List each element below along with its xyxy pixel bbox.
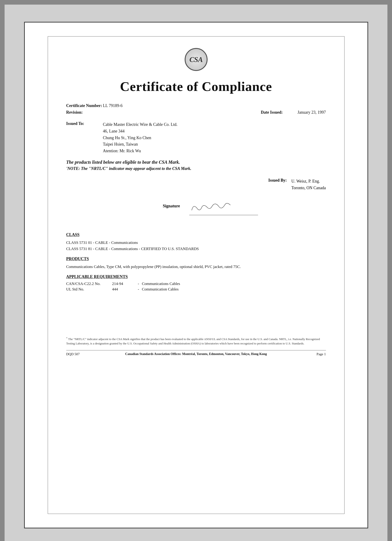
req-row2-col2: 444: [112, 287, 135, 292]
class-heading: CLASS: [66, 232, 326, 237]
page-wrapper: CSA Certificate of Compliance Certificat…: [5, 5, 387, 541]
date-right: Date Issued: January 23, 1997: [261, 110, 326, 115]
logo-area: CSA: [66, 48, 326, 72]
req-row2-col3: -: [135, 287, 142, 292]
footer-offices: Canadian Standards Association Offices: …: [85, 352, 308, 356]
signature-line-area: [189, 198, 258, 214]
req-row1-col3: -: [135, 281, 142, 286]
issued-to-label: Issued To:: [66, 121, 103, 154]
statement-line2: 'NOTE: The "NRTL/C" indicator may appear…: [66, 166, 326, 171]
footer-note: * The "NRTL/C" indicator adjacent to the…: [66, 336, 326, 346]
signature-label: Signature: [134, 204, 180, 208]
signature-image: [188, 197, 236, 217]
issued-by-section: Issued By: U. Weisz, P. Eng. Toronto, ON…: [66, 178, 326, 191]
req-row1-col4: Communications Cables: [142, 281, 326, 286]
certificate-number-label: Certificate Number:: [66, 103, 103, 108]
products-content: Communications Cables, Type CM, with pol…: [66, 264, 326, 270]
certificate-number-value: LL 79189-6: [103, 103, 326, 108]
certificate-inner: CSA Certificate of Compliance Certificat…: [48, 36, 345, 514]
certificate-title: Certificate of Compliance: [66, 79, 326, 94]
class-item-2: CLASS 5731 81 - CABLE - Communications -…: [66, 246, 326, 252]
revision-left: Revision:: [66, 110, 103, 115]
footer-doc-number: DQD 507: [66, 352, 85, 356]
certificate: CSA Certificate of Compliance Certificat…: [24, 22, 368, 528]
revision-date-row: Revision: Date Issued: January 23, 1997: [66, 110, 326, 115]
products-heading: PRODUCTS: [66, 256, 326, 261]
statement-line1: The products listed below are eligible t…: [66, 159, 326, 165]
issued-to-block: Issued To: Cable Master Electric Wire & …: [66, 121, 326, 154]
issued-to-line-3: Chung Hu St., Ying Ko Chen: [103, 135, 178, 141]
issued-to-line-2: 46, Lane 344: [103, 128, 178, 135]
date-issued-label: Date Issued:: [261, 110, 297, 115]
certificate-number-row: Certificate Number: LL 79189-6: [66, 103, 326, 108]
signature-underline: [189, 215, 258, 215]
footnote-marker: *: [66, 337, 67, 339]
requirements-heading: APPLICABLE REQUIREMENTS: [66, 274, 326, 279]
date-issued-value: January 23, 1997: [297, 110, 326, 115]
footer-note-text: The "NRTL/C" indicator adjacent to the C…: [66, 337, 320, 345]
class-content: CLASS 5731 01 - CABLE - Communications C…: [66, 239, 326, 252]
issued-by-value: U. Weisz, P. Eng. Toronto, ON Canada: [291, 178, 326, 191]
issued-by-name: U. Weisz, P. Eng.: [291, 178, 326, 185]
issued-to-line-5: Atention: Mr. Rick Wu: [103, 148, 178, 154]
issued-to-address: Cable Master Electric Wire & Cable Co. L…: [103, 121, 178, 154]
issued-by-location: Toronto, ON Canada: [291, 185, 326, 191]
req-row-2: UL Std No. 444 - Communication Cables: [66, 287, 326, 292]
footer-page: Page 1: [308, 352, 326, 356]
revision-label: Revision:: [66, 110, 103, 115]
csa-logo: CSA: [185, 48, 208, 71]
requirements-table: CAN/CSA-C22.2 No. 214-94 - Communication…: [66, 281, 326, 292]
footer-bar: DQD 507 Canadian Standards Association O…: [66, 350, 326, 356]
issued-by-label: Issued By:: [268, 178, 287, 191]
issued-to-line-1: Cable Master Electric Wire & Cable Co. L…: [103, 121, 178, 128]
req-row1-col1: CAN/CSA-C22.2 No.: [66, 281, 112, 286]
req-row2-col1: UL Std No.: [66, 287, 112, 292]
issued-to-line-4: Taipei Hsien, Taiwan: [103, 141, 178, 148]
signature-section: Signature: [66, 198, 326, 214]
issued-by-block: Issued By: U. Weisz, P. Eng. Toronto, ON…: [268, 178, 326, 191]
class-item-1: CLASS 5731 01 - CABLE - Communications: [66, 239, 326, 246]
req-row-1: CAN/CSA-C22.2 No. 214-94 - Communication…: [66, 281, 326, 286]
req-row1-col2: 214-94: [112, 281, 135, 286]
req-row2-col4: Communication Cables: [142, 287, 326, 292]
csa-logo-text: CSA: [189, 55, 203, 64]
